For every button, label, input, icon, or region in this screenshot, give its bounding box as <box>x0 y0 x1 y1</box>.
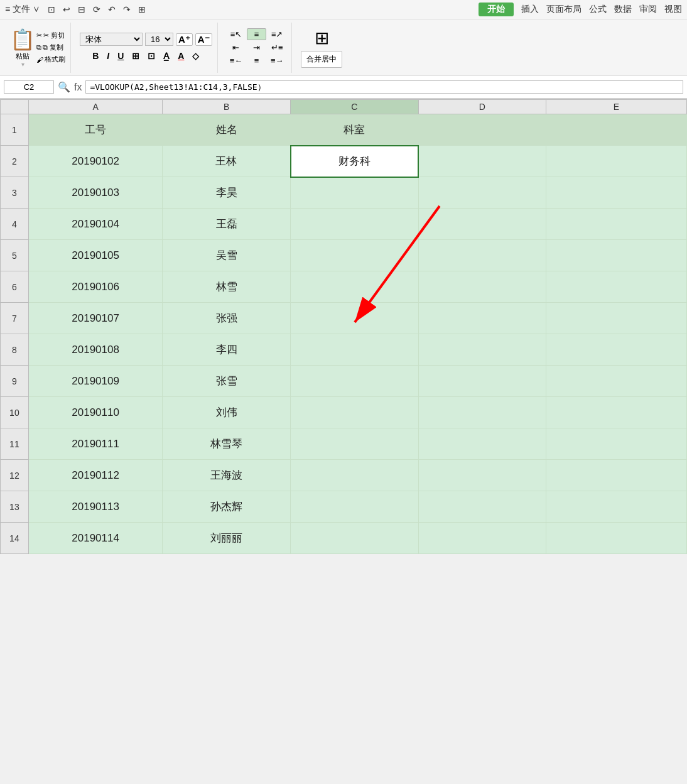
cell-r6-cC[interactable] <box>291 271 419 303</box>
cell-r14-cE[interactable] <box>546 523 687 554</box>
cell-r11-cC[interactable] <box>291 428 419 460</box>
cell-r7-cA[interactable]: 20190107 <box>28 303 163 334</box>
cell-r9-cC[interactable] <box>291 366 419 397</box>
clear-format-button[interactable]: ◇ <box>189 50 202 62</box>
paste-button[interactable]: 📋 粘贴 ▾ <box>10 28 35 68</box>
row-header-6[interactable]: 6 <box>1 271 29 303</box>
row-header-7[interactable]: 7 <box>1 303 29 334</box>
fill-color-button[interactable]: A̲ <box>160 50 173 62</box>
cell-r5-cE[interactable] <box>546 240 687 271</box>
cell-r3-cA[interactable]: 20190103 <box>28 177 163 209</box>
align-center-button[interactable]: ≡ <box>247 28 266 40</box>
cell-r13-cA[interactable]: 20190113 <box>28 491 163 523</box>
merge-cells-button[interactable]: ⊡ <box>144 50 158 62</box>
cell-r10-cE[interactable] <box>546 397 687 428</box>
cell-r6-cD[interactable] <box>418 271 546 303</box>
cell-r9-cE[interactable] <box>546 366 687 397</box>
cell-r1-cA[interactable]: 工号 <box>28 114 163 146</box>
indent-left-button[interactable]: ⇤ <box>227 41 246 53</box>
cell-r3-cD[interactable] <box>418 177 546 209</box>
toolbar-icon-6[interactable]: ↷ <box>123 4 131 14</box>
cell-r14-cA[interactable]: 20190114 <box>28 523 163 554</box>
cell-r6-cE[interactable] <box>546 271 687 303</box>
align-middle-button[interactable]: ≡ <box>247 55 266 67</box>
toolbar-icon-3[interactable]: ⊟ <box>78 4 85 14</box>
font-size-select[interactable]: 16 <box>145 33 173 46</box>
tab-insert[interactable]: 插入 <box>521 4 539 15</box>
cell-r9-cB[interactable]: 张雪 <box>163 366 291 397</box>
tab-data[interactable]: 数据 <box>614 4 632 15</box>
cell-r4-cC[interactable] <box>291 209 419 240</box>
font-decrease-button[interactable]: A⁻ <box>195 33 212 46</box>
cell-r2-cD[interactable] <box>418 146 546 177</box>
align-top-left-button[interactable]: ≡↖ <box>227 28 246 40</box>
cell-r4-cE[interactable] <box>546 209 687 240</box>
cell-r1-cE[interactable] <box>546 114 687 146</box>
row-header-4[interactable]: 4 <box>1 209 29 240</box>
indent-right-button[interactable]: ⇥ <box>247 41 266 53</box>
cell-r5-cA[interactable]: 20190105 <box>28 240 163 271</box>
menu-file[interactable]: ≡ 文件 ∨ <box>5 4 40 15</box>
tab-page-layout[interactable]: 页面布局 <box>546 4 582 15</box>
tab-view[interactable]: 视图 <box>664 4 682 15</box>
border-button[interactable]: ⊞ <box>129 50 143 62</box>
row-header-2[interactable]: 2 <box>1 146 29 177</box>
cell-r1-cD[interactable] <box>418 114 546 146</box>
row-header-3[interactable]: 3 <box>1 177 29 209</box>
cell-r5-cD[interactable] <box>418 240 546 271</box>
cell-r9-cA[interactable]: 20190109 <box>28 366 163 397</box>
format-painter-button[interactable]: 🖌 格式刷 <box>36 55 65 64</box>
cell-r3-cC[interactable] <box>291 177 419 209</box>
row-header-13[interactable]: 13 <box>1 491 29 523</box>
cell-r10-cB[interactable]: 刘伟 <box>163 397 291 428</box>
cell-r13-cC[interactable] <box>291 491 419 523</box>
col-header-C[interactable]: C <box>291 100 419 114</box>
cell-r4-cA[interactable]: 20190104 <box>28 209 163 240</box>
cell-r6-cB[interactable]: 林雪 <box>163 271 291 303</box>
cell-r14-cB[interactable]: 刘丽丽 <box>163 523 291 554</box>
cut-button[interactable]: ✂ ✂ 剪切 <box>36 31 65 40</box>
cell-r8-cD[interactable] <box>418 334 546 366</box>
align-left-button[interactable]: ≡← <box>227 55 246 67</box>
cell-r13-cE[interactable] <box>546 491 687 523</box>
cell-r14-cD[interactable] <box>418 523 546 554</box>
cell-r11-cB[interactable]: 林雪琴 <box>163 428 291 460</box>
row-header-10[interactable]: 10 <box>1 397 29 428</box>
align-top-right-button[interactable]: ≡↗ <box>268 28 287 40</box>
cell-r2-cB[interactable]: 王林 <box>163 146 291 177</box>
cell-r8-cB[interactable]: 李四 <box>163 334 291 366</box>
toolbar-icon-4[interactable]: ⟳ <box>93 4 100 14</box>
cell-r1-cB[interactable]: 姓名 <box>163 114 291 146</box>
underline-button[interactable]: U <box>114 50 127 62</box>
fx-icon[interactable]: fx <box>74 82 82 93</box>
merge-icon[interactable]: ⊞ <box>315 28 329 48</box>
row-header-8[interactable]: 8 <box>1 334 29 366</box>
cell-r8-cE[interactable] <box>546 334 687 366</box>
cell-reference-input[interactable] <box>4 80 54 94</box>
cell-r11-cA[interactable]: 20190111 <box>28 428 163 460</box>
cell-r13-cD[interactable] <box>418 491 546 523</box>
cell-r12-cD[interactable] <box>418 460 546 491</box>
toolbar-icon-1[interactable]: ⊡ <box>48 4 55 14</box>
cell-r9-cD[interactable] <box>418 366 546 397</box>
cell-r8-cC[interactable] <box>291 334 419 366</box>
italic-button[interactable]: I <box>104 50 112 62</box>
cell-r7-cE[interactable] <box>546 303 687 334</box>
cell-r12-cA[interactable]: 20190112 <box>28 460 163 491</box>
row-header-1[interactable]: 1 <box>1 114 29 146</box>
cell-r10-cA[interactable]: 20190110 <box>28 397 163 428</box>
cell-r8-cA[interactable]: 20190108 <box>28 334 163 366</box>
cell-r2-cA[interactable]: 20190102 <box>28 146 163 177</box>
tab-start[interactable]: 开始 <box>479 3 514 16</box>
formula-input[interactable] <box>85 80 683 94</box>
row-header-5[interactable]: 5 <box>1 240 29 271</box>
cell-r4-cD[interactable] <box>418 209 546 240</box>
tab-review[interactable]: 审阅 <box>639 4 657 15</box>
wrap-text-button[interactable]: ↵≡ <box>268 41 287 53</box>
toolbar-icon-7[interactable]: ⊞ <box>138 4 146 14</box>
cell-r2-cC[interactable]: 财务科 <box>291 146 419 177</box>
cell-r3-cB[interactable]: 李昊 <box>163 177 291 209</box>
cell-r7-cB[interactable]: 张强 <box>163 303 291 334</box>
cell-r11-cD[interactable] <box>418 428 546 460</box>
cell-r1-cC[interactable]: 科室 <box>291 114 419 146</box>
